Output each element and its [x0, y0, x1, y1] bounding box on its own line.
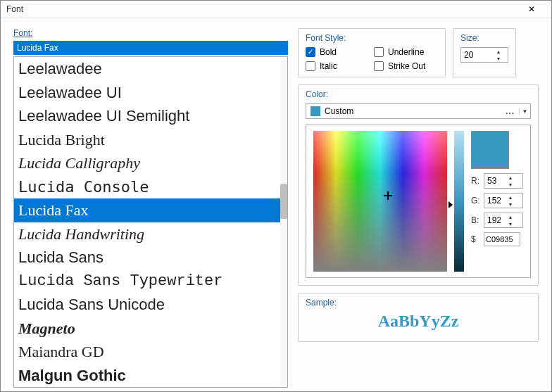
bold-checkbox[interactable]: Bold — [306, 47, 370, 57]
sample-group: Sample: AaBbYyZz — [298, 293, 539, 342]
style-checks: Bold Underline Italic Strike Out — [306, 47, 438, 71]
font-item-lucida-sans[interactable]: Lucida Sans — [14, 246, 287, 270]
font-item-lucida-sans-typewriter[interactable]: Lucida Sans Typewriter — [14, 270, 287, 293]
color-picker: R: ▲▼ G: ▲▼ B: ▲▼ $ — [306, 125, 531, 278]
italic-check-icon — [306, 61, 315, 71]
underline-label: Underline — [388, 47, 424, 57]
r-down-icon[interactable]: ▼ — [506, 181, 515, 188]
font-item-leelawadee-ui-semilight[interactable]: Leelawadee UI Semilight — [14, 104, 287, 128]
dialog-title: Font — [6, 4, 518, 14]
font-item-lucida-sans-unicode[interactable]: Lucida Sans Unicode — [14, 293, 287, 317]
strikeout-check-icon — [374, 61, 384, 71]
font-panel: Font: LeelawadeeLeelawadee UILeelawadee … — [13, 28, 288, 388]
scroll-thumb[interactable] — [280, 184, 287, 219]
chevron-down-icon: ▼ — [519, 108, 530, 115]
color-swatch-icon — [310, 106, 320, 116]
r-spinner[interactable]: ▲▼ — [484, 173, 523, 189]
hex-label: $ — [471, 234, 481, 244]
sample-text: AaBbYyZz — [306, 312, 531, 334]
b-up-icon[interactable]: ▲ — [506, 213, 515, 220]
crosshair-icon[interactable] — [384, 191, 392, 200]
size-input[interactable] — [461, 50, 494, 60]
font-item-lucida-calligraphy[interactable]: Lucida Calligraphy — [14, 151, 287, 175]
titlebar: Font ✕ — [1, 1, 551, 18]
r-input[interactable] — [484, 176, 506, 186]
r-row: R: ▲▼ — [471, 173, 523, 189]
font-list: LeelawadeeLeelawadee UILeelawadee UI Sem… — [13, 56, 288, 388]
italic-label: Italic — [320, 61, 337, 71]
color-dropdown[interactable]: Custom ... ▼ — [306, 103, 531, 119]
color-spectrum[interactable] — [313, 131, 447, 272]
b-input[interactable] — [484, 215, 506, 225]
color-label: Color: — [306, 89, 531, 99]
bold-label: Bold — [320, 47, 337, 57]
strikeout-checkbox[interactable]: Strike Out — [374, 61, 438, 71]
r-label: R: — [471, 176, 481, 186]
g-row: G: ▲▼ — [471, 193, 523, 208]
g-label: G: — [471, 196, 481, 206]
r-up-icon[interactable]: ▲ — [506, 174, 515, 181]
g-down-icon[interactable]: ▼ — [506, 201, 515, 208]
luminance-bar[interactable] — [454, 131, 464, 272]
color-preview-swatch — [471, 131, 509, 169]
hex-row: $ — [471, 232, 523, 246]
g-input[interactable] — [484, 196, 506, 206]
italic-checkbox[interactable]: Italic — [306, 61, 370, 71]
b-spinner[interactable]: ▲▼ — [484, 213, 523, 228]
b-down-icon[interactable]: ▼ — [506, 220, 515, 227]
style-size-row: Font Style: Bold Underline Italic — [298, 28, 539, 77]
b-row: B: ▲▼ — [471, 213, 523, 228]
font-item-maiandra-gd[interactable]: Maiandra GD — [14, 340, 287, 364]
hex-input[interactable] — [484, 232, 520, 246]
color-dropdown-text: Custom — [325, 106, 501, 116]
underline-check-icon — [374, 47, 384, 57]
strikeout-label: Strike Out — [388, 61, 425, 71]
g-spinner[interactable]: ▲▼ — [484, 193, 523, 208]
close-icon: ✕ — [528, 4, 535, 14]
size-up-icon[interactable]: ▲ — [494, 48, 503, 55]
font-label: Font: — [13, 28, 288, 38]
size-arrows: ▲ ▼ — [494, 48, 503, 62]
font-item-magneto[interactable]: Magneto — [14, 317, 287, 341]
color-group: Color: Custom ... ▼ — [298, 84, 539, 286]
luminance-arrow-icon[interactable] — [448, 201, 453, 208]
sample-label: Sample: — [306, 298, 531, 308]
font-style-label: Font Style: — [306, 33, 438, 43]
right-panel: Font Style: Bold Underline Italic — [298, 28, 539, 388]
bold-check-icon — [306, 47, 315, 57]
b-label: B: — [471, 215, 481, 225]
font-item-lucida-fax[interactable]: Lucida Fax — [14, 198, 287, 222]
font-item-leelawadee[interactable]: Leelawadee — [14, 57, 287, 81]
dialog-content: Font: LeelawadeeLeelawadee UILeelawadee … — [1, 18, 551, 392]
underline-checkbox[interactable]: Underline — [374, 47, 438, 57]
font-dialog: Font ✕ Font: LeelawadeeLeelawadee UILeel… — [0, 0, 552, 392]
font-item-malgun-gothic[interactable]: Malgun Gothic — [14, 364, 287, 388]
font-item-lucida-handwriting[interactable]: Lucida Handwriting — [14, 222, 287, 246]
size-group: Size: ▲ ▼ — [453, 28, 516, 77]
color-values: R: ▲▼ G: ▲▼ B: ▲▼ $ — [471, 131, 523, 272]
size-label: Size: — [460, 33, 508, 43]
size-down-icon[interactable]: ▼ — [494, 55, 503, 62]
font-item-lucida-console[interactable]: Lucida Console — [14, 175, 287, 199]
font-item-lucida-bright[interactable]: Lucida Bright — [14, 128, 287, 152]
font-name-input[interactable] — [13, 41, 288, 55]
g-up-icon[interactable]: ▲ — [506, 194, 515, 201]
font-list-items[interactable]: LeelawadeeLeelawadee UILeelawadee UI Sem… — [14, 57, 287, 387]
close-button[interactable]: ✕ — [518, 1, 546, 18]
font-style-group: Font Style: Bold Underline Italic — [298, 28, 446, 77]
font-list-scrollbar[interactable] — [280, 57, 287, 387]
more-icon: ... — [501, 106, 519, 116]
size-spinner[interactable]: ▲ ▼ — [460, 47, 508, 63]
font-item-leelawadee-ui[interactable]: Leelawadee UI — [14, 81, 287, 105]
